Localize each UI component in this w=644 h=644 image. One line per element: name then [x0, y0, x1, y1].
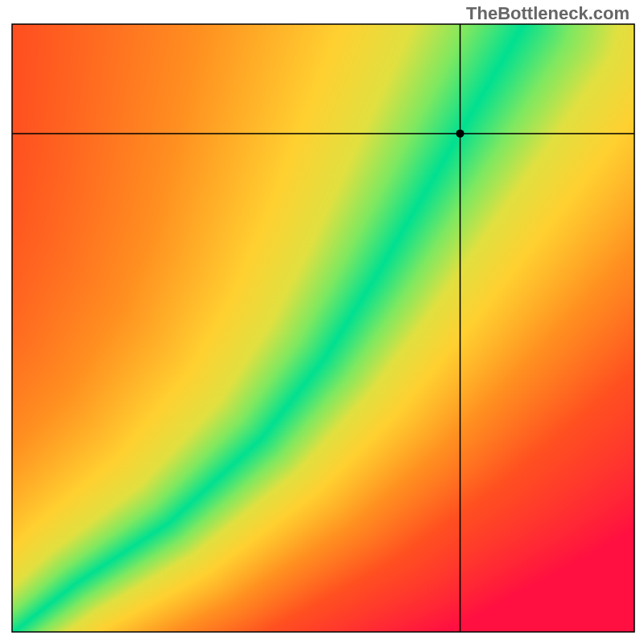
chart-container: TheBottleneck.com: [0, 0, 644, 644]
watermark-text: TheBottleneck.com: [466, 3, 630, 24]
bottleneck-heatmap: [0, 0, 644, 644]
